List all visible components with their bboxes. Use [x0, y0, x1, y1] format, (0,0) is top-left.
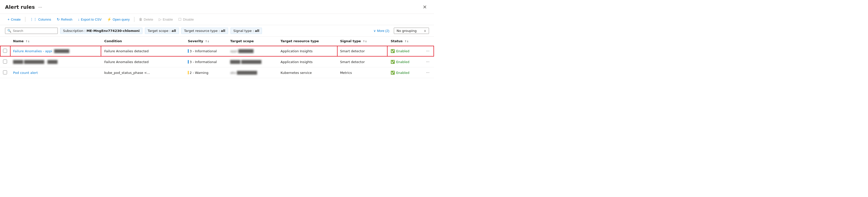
- table-header-row: Name ↑↓ Condition Severity ↑↓ Target sco…: [0, 37, 434, 46]
- page-header: Alert rules ··· ✕: [0, 0, 434, 14]
- actions-cell: ···: [422, 67, 434, 78]
- status-column-header[interactable]: Status ↑↓: [388, 37, 422, 46]
- status-badge: ✅Enabled: [391, 49, 418, 53]
- more-filters-button[interactable]: ∨ More (2): [371, 28, 391, 34]
- subscription-value: ME-MngEnv774230-chlomoni: [86, 29, 140, 33]
- name-cell-inner: ████ ████████ - ████: [13, 60, 98, 64]
- name-cell-inner: Pod count alert: [13, 71, 98, 75]
- status-badge: ✅Enabled: [391, 71, 418, 75]
- severity-text: 3 - Informational: [190, 49, 217, 53]
- target-scope-filter[interactable]: Target scope : all: [145, 28, 179, 34]
- enabled-icon: ✅: [391, 71, 395, 75]
- target-resource-type-cell: Application Insights: [278, 57, 337, 67]
- name-cell: Pod count alert: [10, 67, 101, 78]
- enable-icon: ▷: [159, 17, 161, 21]
- severity-badge: 3 - Informational: [188, 49, 224, 53]
- table-row: Failure Anomalies - appi██████Failure An…: [0, 46, 434, 57]
- target-scope-value: all: [172, 29, 176, 33]
- signal-type-cell: Metrics: [337, 67, 388, 78]
- target-resource-type-filter[interactable]: Target resource type : all: [181, 28, 228, 34]
- condition-cell: Failure Anomalies detected: [101, 57, 185, 67]
- status-text: Enabled: [396, 49, 409, 53]
- name-column-header[interactable]: Name ↑↓: [10, 37, 101, 46]
- more-actions-button[interactable]: ···: [425, 70, 431, 75]
- target-resource-type-label: Target resource type :: [184, 29, 220, 33]
- target-scope-label: Target scope :: [148, 29, 170, 33]
- create-icon: +: [7, 17, 9, 21]
- severity-sort-icon: ↑↓: [205, 40, 210, 43]
- toolbar: + Create ⋮⋮ Columns ↻ Refresh ↓ Export t…: [0, 14, 434, 25]
- refresh-icon: ↻: [57, 17, 60, 21]
- signal-type-cell: Smart detector: [337, 46, 388, 57]
- target-resource-type-column-header: Target resource type: [278, 37, 337, 46]
- row-checkbox-cell: [0, 46, 10, 57]
- row-checkbox[interactable]: [3, 60, 7, 63]
- row-checkbox[interactable]: [3, 71, 7, 74]
- chevron-down-icon: ∨: [373, 29, 376, 33]
- select-all-header: [0, 37, 10, 46]
- enable-button[interactable]: ▷ Enable: [156, 16, 175, 23]
- severity-badge: 3 - Informational: [188, 60, 224, 64]
- delete-button[interactable]: 🗑 Delete: [136, 16, 156, 23]
- status-sort-icon: ↑↓: [405, 40, 409, 43]
- signal-type-value: all: [255, 29, 259, 33]
- export-icon: ↓: [78, 17, 80, 21]
- enabled-icon: ✅: [391, 49, 395, 53]
- disable-icon: ☐: [178, 17, 182, 21]
- delete-icon: 🗑: [139, 17, 143, 21]
- target-scope-cell: aks-████████: [227, 67, 278, 78]
- severity-bar-icon: [188, 49, 189, 53]
- refresh-button[interactable]: ↻ Refresh: [54, 16, 75, 23]
- signal-type-cell: Smart detector: [337, 57, 388, 67]
- table-row: ████ ████████ - ████Failure Anomalies de…: [0, 57, 434, 67]
- status-cell: ✅Enabled: [388, 57, 422, 67]
- signal-type-column-header[interactable]: Signal type ↑↓: [337, 37, 388, 46]
- severity-column-header[interactable]: Severity ↑↓: [185, 37, 227, 46]
- actions-column-header: [422, 37, 434, 46]
- ellipsis-button[interactable]: ···: [37, 4, 44, 10]
- close-button[interactable]: ✕: [421, 3, 429, 11]
- page-title: Alert rules: [5, 4, 35, 10]
- table-container: Name ↑↓ Condition Severity ↑↓ Target sco…: [0, 37, 434, 78]
- columns-button[interactable]: ⋮⋮ Columns: [27, 16, 54, 23]
- severity-text: 2 - Warning: [190, 71, 209, 75]
- search-icon: 🔍: [7, 29, 11, 33]
- alert-rules-table: Name ↑↓ Condition Severity ↑↓ Target sco…: [0, 37, 434, 78]
- name-sort-icon: ↑↓: [26, 40, 30, 43]
- open-query-button[interactable]: ⚡ Open query: [104, 16, 132, 23]
- chevron-down-icon: ∨: [424, 29, 426, 33]
- filter-bar: 🔍 Subscription : ME-MngEnv774230-chlomon…: [0, 25, 434, 37]
- signal-type-filter[interactable]: Signal type : all: [230, 28, 262, 34]
- more-actions-button[interactable]: ···: [425, 48, 431, 54]
- severity-cell: 2 - Warning: [185, 67, 227, 78]
- alert-rule-name-link[interactable]: Pod count alert: [13, 71, 38, 75]
- status-text: Enabled: [396, 71, 409, 75]
- severity-bar-icon: [188, 71, 189, 74]
- target-scope-blurred: appi-██████: [230, 49, 254, 53]
- table-row: Pod count alertkube_pod_status_phase <..…: [0, 67, 434, 78]
- subscription-filter[interactable]: Subscription : ME-MngEnv774230-chlomoni: [60, 28, 143, 34]
- actions-cell: ···: [422, 57, 434, 67]
- condition-cell: kube_pod_status_phase <...: [101, 67, 185, 78]
- row-checkbox-cell: [0, 67, 10, 78]
- header-left: Alert rules ···: [5, 4, 44, 10]
- condition-column-header: Condition: [101, 37, 185, 46]
- grouping-dropdown[interactable]: No grouping ∨: [394, 28, 429, 34]
- status-cell: ✅Enabled: [388, 67, 422, 78]
- disable-button[interactable]: ☐ Disable: [176, 16, 196, 23]
- severity-badge: 2 - Warning: [188, 71, 224, 75]
- target-scope-blurred: ████ ████████: [230, 60, 261, 64]
- more-actions-button[interactable]: ···: [425, 59, 431, 64]
- status-badge: ✅Enabled: [391, 60, 418, 64]
- name-blurred: ████ ████████ - ████: [13, 60, 58, 64]
- actions-cell: ···: [422, 46, 434, 57]
- name-blurred: ██████: [54, 49, 69, 53]
- create-button[interactable]: + Create: [5, 16, 23, 23]
- search-input[interactable]: [13, 29, 56, 33]
- alert-rule-name-link[interactable]: Failure Anomalies - appi: [13, 49, 52, 53]
- name-cell: Failure Anomalies - appi██████: [10, 46, 101, 57]
- row-checkbox[interactable]: [3, 49, 7, 53]
- search-box[interactable]: 🔍: [5, 28, 58, 34]
- enabled-icon: ✅: [391, 60, 395, 64]
- export-button[interactable]: ↓ Export to CSV: [75, 16, 104, 23]
